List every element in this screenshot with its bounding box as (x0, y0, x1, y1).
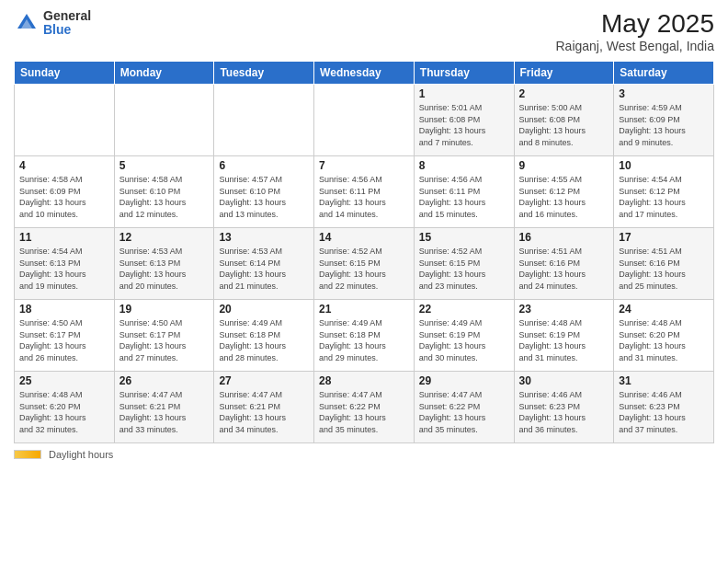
day-number: 1 (419, 87, 509, 100)
day-number: 18 (19, 303, 109, 316)
day-info: Sunrise: 4:47 AM Sunset: 6:22 PM Dayligh… (319, 389, 409, 435)
day-cell: 7Sunrise: 4:56 AM Sunset: 6:11 PM Daylig… (314, 156, 415, 228)
day-info: Sunrise: 4:54 AM Sunset: 6:13 PM Dayligh… (19, 246, 109, 292)
day-cell: 27Sunrise: 4:47 AM Sunset: 6:21 PM Dayli… (214, 372, 314, 443)
day-info: Sunrise: 4:48 AM Sunset: 6:20 PM Dayligh… (19, 389, 109, 435)
day-cell: 3Sunrise: 4:59 AM Sunset: 6:09 PM Daylig… (614, 85, 714, 156)
day-info: Sunrise: 4:57 AM Sunset: 6:10 PM Dayligh… (219, 174, 309, 220)
day-number: 3 (619, 87, 709, 100)
day-info: Sunrise: 4:47 AM Sunset: 6:21 PM Dayligh… (119, 389, 210, 435)
col-header-wednesday: Wednesday (314, 62, 415, 85)
day-info: Sunrise: 4:51 AM Sunset: 6:16 PM Dayligh… (519, 246, 609, 292)
day-cell: 15Sunrise: 4:52 AM Sunset: 6:15 PM Dayli… (414, 228, 514, 300)
day-number: 31 (619, 374, 709, 387)
day-info: Sunrise: 4:47 AM Sunset: 6:21 PM Dayligh… (219, 389, 309, 435)
day-number: 13 (219, 231, 309, 244)
day-cell: 18Sunrise: 4:50 AM Sunset: 6:17 PM Dayli… (15, 300, 115, 372)
day-info: Sunrise: 4:50 AM Sunset: 6:17 PM Dayligh… (119, 317, 210, 363)
day-info: Sunrise: 4:58 AM Sunset: 6:10 PM Dayligh… (119, 174, 210, 220)
page: General Blue May 2025 Raiganj, West Beng… (0, 0, 728, 563)
day-cell: 22Sunrise: 4:49 AM Sunset: 6:19 PM Dayli… (414, 300, 514, 372)
day-info: Sunrise: 4:52 AM Sunset: 6:15 PM Dayligh… (419, 246, 509, 292)
title-block: May 2025 Raiganj, West Bengal, India (555, 9, 714, 53)
week-row-2: 4Sunrise: 4:58 AM Sunset: 6:09 PM Daylig… (15, 156, 714, 228)
day-info: Sunrise: 5:01 AM Sunset: 6:08 PM Dayligh… (419, 102, 509, 148)
day-number: 16 (519, 231, 609, 244)
day-number: 30 (519, 374, 609, 387)
day-number: 22 (419, 303, 509, 316)
day-info: Sunrise: 4:50 AM Sunset: 6:17 PM Dayligh… (19, 317, 109, 363)
day-cell: 6Sunrise: 4:57 AM Sunset: 6:10 PM Daylig… (214, 156, 314, 228)
day-info: Sunrise: 4:46 AM Sunset: 6:23 PM Dayligh… (619, 389, 709, 435)
day-cell: 4Sunrise: 4:58 AM Sunset: 6:09 PM Daylig… (15, 156, 115, 228)
col-header-saturday: Saturday (614, 62, 714, 85)
logo-general: General (43, 9, 91, 23)
calendar-table: SundayMondayTuesdayWednesdayThursdayFrid… (14, 61, 714, 443)
week-row-1: 1Sunrise: 5:01 AM Sunset: 6:08 PM Daylig… (15, 85, 714, 156)
day-cell: 8Sunrise: 4:56 AM Sunset: 6:11 PM Daylig… (414, 156, 514, 228)
day-number: 10 (619, 159, 709, 172)
col-header-thursday: Thursday (414, 62, 514, 85)
col-header-tuesday: Tuesday (214, 62, 314, 85)
col-header-friday: Friday (514, 62, 614, 85)
day-info: Sunrise: 4:56 AM Sunset: 6:11 PM Dayligh… (419, 174, 509, 220)
day-number: 19 (119, 303, 210, 316)
day-cell: 31Sunrise: 4:46 AM Sunset: 6:23 PM Dayli… (614, 372, 714, 443)
day-number: 6 (219, 159, 309, 172)
day-cell: 14Sunrise: 4:52 AM Sunset: 6:15 PM Dayli… (314, 228, 415, 300)
day-info: Sunrise: 4:46 AM Sunset: 6:23 PM Dayligh… (519, 389, 609, 435)
day-cell: 25Sunrise: 4:48 AM Sunset: 6:20 PM Dayli… (15, 372, 115, 443)
week-row-4: 18Sunrise: 4:50 AM Sunset: 6:17 PM Dayli… (15, 300, 714, 372)
day-number: 7 (319, 159, 409, 172)
day-number: 17 (619, 231, 709, 244)
day-info: Sunrise: 4:53 AM Sunset: 6:14 PM Dayligh… (219, 246, 309, 292)
day-cell (114, 85, 214, 156)
day-cell: 24Sunrise: 4:48 AM Sunset: 6:20 PM Dayli… (614, 300, 714, 372)
day-info: Sunrise: 4:49 AM Sunset: 6:19 PM Dayligh… (419, 317, 509, 363)
day-info: Sunrise: 4:49 AM Sunset: 6:18 PM Dayligh… (219, 317, 309, 363)
day-cell (15, 85, 115, 156)
day-number: 27 (219, 374, 309, 387)
day-cell: 13Sunrise: 4:53 AM Sunset: 6:14 PM Dayli… (214, 228, 314, 300)
day-info: Sunrise: 4:58 AM Sunset: 6:09 PM Dayligh… (19, 174, 109, 220)
day-number: 4 (19, 159, 109, 172)
day-cell: 30Sunrise: 4:46 AM Sunset: 6:23 PM Dayli… (514, 372, 614, 443)
day-cell (214, 85, 314, 156)
day-number: 14 (319, 231, 409, 244)
day-info: Sunrise: 4:48 AM Sunset: 6:19 PM Dayligh… (519, 317, 609, 363)
day-cell: 16Sunrise: 4:51 AM Sunset: 6:16 PM Dayli… (514, 228, 614, 300)
day-cell: 1Sunrise: 5:01 AM Sunset: 6:08 PM Daylig… (414, 85, 514, 156)
day-cell: 29Sunrise: 4:47 AM Sunset: 6:22 PM Dayli… (414, 372, 514, 443)
day-cell: 20Sunrise: 4:49 AM Sunset: 6:18 PM Dayli… (214, 300, 314, 372)
day-cell (314, 85, 415, 156)
day-cell: 28Sunrise: 4:47 AM Sunset: 6:22 PM Dayli… (314, 372, 415, 443)
day-number: 12 (119, 231, 210, 244)
day-cell: 5Sunrise: 4:58 AM Sunset: 6:10 PM Daylig… (114, 156, 214, 228)
col-header-monday: Monday (114, 62, 214, 85)
week-row-3: 11Sunrise: 4:54 AM Sunset: 6:13 PM Dayli… (15, 228, 714, 300)
day-number: 29 (419, 374, 509, 387)
day-cell: 10Sunrise: 4:54 AM Sunset: 6:12 PM Dayli… (614, 156, 714, 228)
day-number: 5 (119, 159, 210, 172)
day-number: 9 (519, 159, 609, 172)
month-title: May 2025 (555, 9, 714, 39)
location: Raiganj, West Bengal, India (555, 39, 714, 53)
day-number: 20 (219, 303, 309, 316)
daylight-bar-icon (14, 450, 41, 459)
day-cell: 17Sunrise: 4:51 AM Sunset: 6:16 PM Dayli… (614, 228, 714, 300)
day-info: Sunrise: 4:55 AM Sunset: 6:12 PM Dayligh… (519, 174, 609, 220)
day-number: 23 (519, 303, 609, 316)
logo-text: General Blue (43, 9, 91, 38)
day-info: Sunrise: 4:53 AM Sunset: 6:13 PM Dayligh… (119, 246, 210, 292)
day-cell: 11Sunrise: 4:54 AM Sunset: 6:13 PM Dayli… (15, 228, 115, 300)
day-number: 11 (19, 231, 109, 244)
logo-icon (14, 10, 40, 36)
day-cell: 9Sunrise: 4:55 AM Sunset: 6:12 PM Daylig… (514, 156, 614, 228)
logo: General Blue (14, 9, 91, 38)
day-number: 21 (319, 303, 409, 316)
daylight-label: Daylight hours (49, 449, 113, 460)
header: General Blue May 2025 Raiganj, West Beng… (14, 9, 714, 53)
col-header-sunday: Sunday (15, 62, 115, 85)
day-number: 28 (319, 374, 409, 387)
day-info: Sunrise: 4:48 AM Sunset: 6:20 PM Dayligh… (619, 317, 709, 363)
